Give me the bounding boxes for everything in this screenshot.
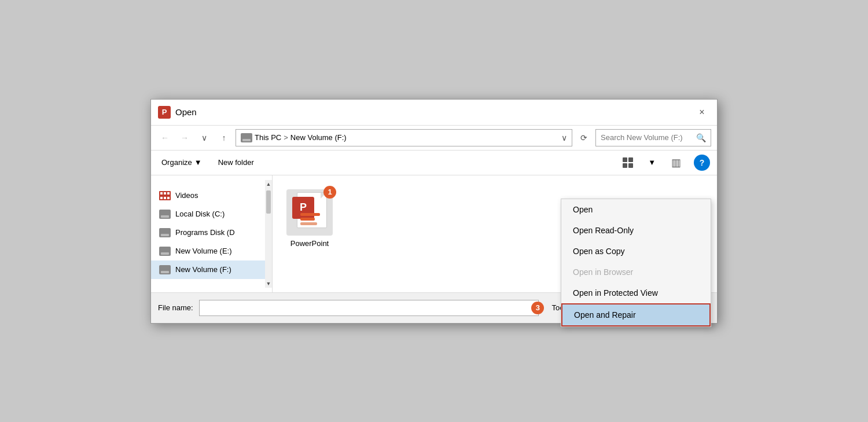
help-button[interactable]: ? [694, 155, 710, 171]
sidebar-item-volume-f[interactable]: New Volume (F:) [151, 260, 272, 279]
disk-icon-d [159, 227, 171, 238]
disk-icon-c [159, 208, 171, 220]
search-icon: 🔍 [696, 133, 706, 142]
context-menu: Open Open Read-Only Open as Copy Open in… [561, 199, 711, 327]
svg-rect-5 [164, 197, 166, 199]
toolbar: Organize ▼ New folder ▼ ▥ ? [151, 151, 717, 175]
disk-icon-f [159, 264, 171, 276]
sidebar-label-f: New Volume (F:) [175, 265, 231, 274]
view-arrow-button[interactable]: ▼ [646, 158, 658, 167]
disk-icon-address [241, 132, 252, 144]
address-path: This PC > New Volume (F:) [255, 133, 347, 142]
sidebar-scrollbar[interactable]: ▲ ▼ [265, 180, 272, 288]
svg-rect-1 [160, 192, 163, 195]
filename-badge-3: 3 [531, 302, 544, 314]
context-menu-item-readonly[interactable]: Open Read-Only [561, 220, 711, 241]
search-input[interactable] [601, 133, 693, 142]
disk-icon-e [159, 245, 171, 257]
filename-input-wrapper[interactable]: 3 [199, 300, 539, 316]
sidebar-label-e: New Volume (E:) [175, 247, 232, 255]
context-menu-item-protected[interactable]: Open in Protected View [561, 282, 711, 303]
ppt-icon: P [292, 192, 327, 233]
ppt-lines [300, 213, 325, 227]
context-menu-item-copy[interactable]: Open as Copy [561, 241, 711, 262]
svg-rect-4 [160, 197, 163, 199]
view-button[interactable] [619, 154, 637, 171]
grid-view-icon [623, 157, 633, 168]
new-folder-button[interactable]: New folder [215, 156, 258, 169]
dialog-title: Open [175, 107, 689, 117]
search-bar[interactable]: 🔍 [595, 129, 711, 146]
scrollbar-down-button[interactable]: ▼ [265, 280, 272, 288]
forward-button[interactable]: → [176, 130, 193, 146]
title-bar: P Open × [151, 100, 717, 126]
file-item-powerpoint[interactable]: P 1 PowerPoint [282, 185, 337, 252]
scrollbar-thumb[interactable] [266, 190, 271, 214]
sidebar-item-local-disk[interactable]: Local Disk (C:) [151, 205, 272, 223]
navigation-bar: ← → ∨ ↑ This PC > New Volume (F:) ∨ ⟳ 🔍 [151, 126, 717, 151]
close-button[interactable]: × [694, 104, 710, 120]
organize-button[interactable]: Organize ▼ [158, 156, 205, 169]
sidebar-label-videos: Videos [175, 191, 198, 200]
file-badge-1: 1 [323, 186, 336, 199]
panel-button[interactable]: ▥ [667, 154, 685, 171]
sidebar: ▲ [151, 175, 273, 292]
address-bar[interactable]: This PC > New Volume (F:) ∨ [236, 129, 572, 146]
sidebar-item-programs-disk[interactable]: Programs Disk (D [151, 223, 272, 242]
open-dialog: P Open × ← → ∨ ↑ This PC > New Volume (F… [150, 99, 718, 324]
sidebar-item-volume-e[interactable]: New Volume (E:) [151, 242, 272, 260]
context-menu-item-open[interactable]: Open [561, 199, 711, 220]
up-button[interactable]: ↑ [216, 130, 232, 146]
context-menu-item-repair[interactable]: Open and Repair [561, 303, 711, 326]
svg-rect-2 [164, 192, 166, 195]
svg-rect-3 [167, 192, 170, 195]
filename-input[interactable] [204, 303, 534, 312]
address-dropdown-button[interactable]: ∨ [561, 133, 567, 142]
dropdown-nav-button[interactable]: ∨ [196, 130, 212, 146]
organize-arrow-icon: ▼ [194, 158, 202, 167]
content-area: P 1 PowerPoint Open Open Read-Only [273, 175, 717, 292]
main-area: ▲ [151, 175, 717, 292]
app-icon: P [158, 106, 171, 119]
refresh-button[interactable]: ⟳ [576, 130, 592, 146]
scrollbar-up-button[interactable]: ▲ [265, 180, 272, 188]
filename-label: File name: [158, 303, 193, 312]
sidebar-label-d: Programs Disk (D [175, 228, 235, 237]
sidebar-item-videos[interactable]: Videos [151, 186, 272, 205]
back-button[interactable]: ← [157, 130, 173, 146]
file-icon-wrapper: P 1 [286, 189, 333, 236]
file-name-label: PowerPoint [290, 239, 329, 248]
svg-rect-6 [167, 197, 170, 199]
sidebar-label-c: Local Disk (C:) [175, 210, 225, 218]
context-menu-item-browser: Open in Browser [561, 262, 711, 282]
video-icon [159, 190, 171, 201]
sidebar-scroll-area: ▲ [151, 180, 272, 288]
